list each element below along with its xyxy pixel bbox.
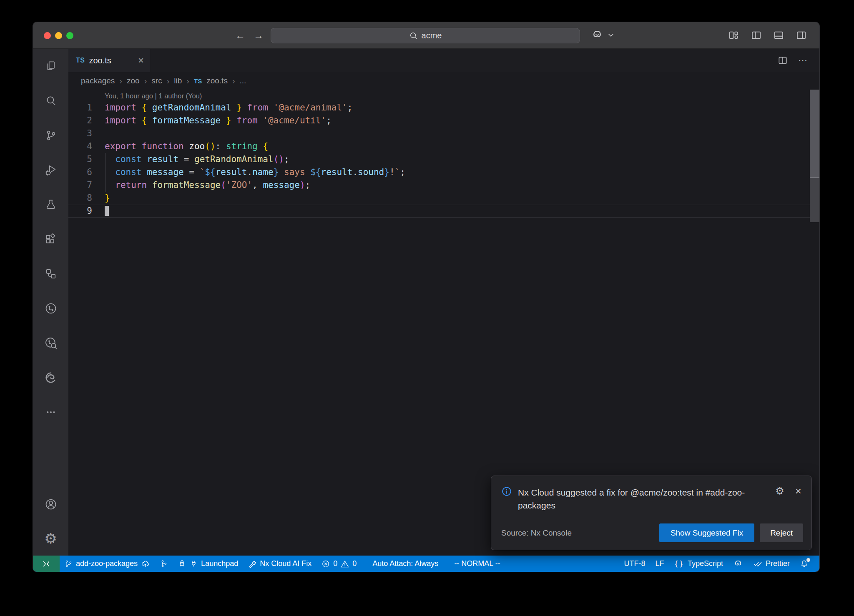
close-window-button[interactable] bbox=[44, 32, 51, 39]
notification-toast: Nx Cloud suggested a fix for @acme/zoo:t… bbox=[491, 476, 812, 550]
maximize-window-button[interactable] bbox=[66, 32, 73, 39]
cloud-upload-icon bbox=[141, 559, 150, 568]
chevron-down-icon bbox=[608, 32, 614, 38]
status-nx-cloud-fix[interactable]: Nx Cloud AI Fix bbox=[243, 556, 316, 572]
status-copilot[interactable] bbox=[728, 556, 748, 572]
line-number[interactable]: 8 bbox=[68, 192, 92, 205]
status-project-graph[interactable] bbox=[155, 556, 173, 572]
status-encoding[interactable]: UTF-8 bbox=[619, 556, 650, 572]
breadcrumb-item[interactable]: lib bbox=[174, 76, 182, 85]
error-icon bbox=[322, 560, 330, 568]
code-line[interactable]: 1import { getRandomAnimal } from '@acme/… bbox=[68, 101, 819, 114]
command-center-search[interactable]: acme bbox=[271, 28, 580, 43]
nx-fix-label: Nx Cloud AI Fix bbox=[260, 559, 311, 568]
breadcrumb-file[interactable]: zoo.ts bbox=[206, 76, 228, 85]
activity-accounts[interactable] bbox=[33, 487, 68, 521]
close-notification-icon[interactable]: × bbox=[795, 486, 801, 496]
activity-search[interactable] bbox=[33, 83, 68, 118]
activity-nx-console[interactable] bbox=[33, 291, 68, 326]
minimize-window-button[interactable] bbox=[55, 32, 62, 39]
line-number[interactable]: 4 bbox=[68, 140, 92, 153]
tab-bar: TS zoo.ts × ⋯ bbox=[68, 49, 819, 72]
git-blame-annotation: You, 1 hour ago | 1 author (You) bbox=[105, 90, 819, 101]
toggle-secondary-sidebar-icon[interactable] bbox=[796, 30, 807, 41]
breadcrumb-item[interactable]: packages bbox=[81, 76, 115, 85]
breadcrumb-item[interactable]: zoo bbox=[127, 76, 140, 85]
more-icon bbox=[45, 406, 57, 418]
activity-nx-cloud[interactable] bbox=[33, 326, 68, 360]
gear-icon: ⚙ bbox=[44, 531, 57, 546]
status-auto-attach[interactable]: Auto Attach: Always bbox=[367, 556, 443, 572]
status-problems[interactable]: 0 0 bbox=[316, 556, 362, 572]
status-language[interactable]: {} TypeScript bbox=[669, 556, 728, 572]
status-branch[interactable]: add-zoo-packages bbox=[60, 556, 155, 572]
activity-edge-tools[interactable] bbox=[33, 360, 68, 395]
breadcrumb-item[interactable]: src bbox=[151, 76, 162, 85]
status-launchpad[interactable]: Launchpad bbox=[173, 556, 243, 572]
status-vim-mode[interactable]: -- NORMAL -- bbox=[449, 556, 505, 572]
eol-label: LF bbox=[655, 559, 664, 568]
show-suggested-fix-button[interactable]: Show Suggested Fix bbox=[659, 523, 754, 542]
chevron-right-icon: › bbox=[167, 76, 170, 86]
activity-run-debug[interactable] bbox=[33, 153, 68, 187]
close-tab-icon[interactable]: × bbox=[138, 55, 144, 65]
activity-source-control[interactable] bbox=[33, 118, 68, 153]
braces-icon: {} bbox=[674, 560, 684, 568]
activity-settings[interactable]: ⚙ bbox=[33, 521, 68, 556]
line-number[interactable]: 3 bbox=[68, 127, 92, 140]
tab-zoo-ts[interactable]: TS zoo.ts × bbox=[68, 49, 150, 72]
line-number[interactable]: 5 bbox=[68, 153, 92, 166]
warning-count: 0 bbox=[352, 559, 357, 568]
code-line[interactable]: 7 return formatMessage('ZOO', message); bbox=[68, 179, 819, 192]
status-notifications[interactable] bbox=[795, 556, 814, 572]
code-line[interactable]: 4export function zoo(): string { bbox=[68, 140, 819, 153]
code-line[interactable]: 3 bbox=[68, 127, 819, 140]
more-actions-icon[interactable]: ⋯ bbox=[798, 58, 809, 63]
toggle-primary-sidebar-icon[interactable] bbox=[751, 30, 762, 41]
code-line[interactable]: 6 const message = `${result.name} says $… bbox=[68, 166, 819, 179]
auto-attach-label: Auto Attach: Always bbox=[372, 559, 438, 568]
code-line[interactable]: 2import { formatMessage } from '@acme/ut… bbox=[68, 114, 819, 127]
copilot-menu-button[interactable] bbox=[591, 29, 614, 41]
toggle-panel-icon[interactable] bbox=[773, 30, 784, 41]
copilot-icon bbox=[591, 29, 603, 41]
scrollbar-thumb[interactable] bbox=[810, 90, 819, 178]
editor-actions: ⋯ bbox=[777, 49, 819, 72]
line-number[interactable]: 7 bbox=[68, 179, 92, 192]
customize-layout-icon[interactable] bbox=[728, 30, 739, 41]
indent-guide bbox=[105, 153, 105, 192]
code-line[interactable]: 5 const result = getRandomAnimal(); bbox=[68, 153, 819, 166]
forward-arrow-icon[interactable]: → bbox=[252, 30, 265, 41]
double-check-icon bbox=[753, 559, 762, 568]
git-branch-icon bbox=[65, 560, 73, 568]
activity-testing[interactable] bbox=[33, 187, 68, 222]
code-text: } bbox=[92, 192, 110, 205]
status-bar: add-zoo-packages Launchpad Nx Cloud AI F… bbox=[33, 556, 819, 572]
status-formatter[interactable]: Prettier bbox=[748, 556, 795, 572]
line-number[interactable]: 9 bbox=[68, 205, 92, 217]
line-number[interactable]: 2 bbox=[68, 114, 92, 127]
scrollbar-track[interactable] bbox=[810, 90, 819, 222]
reject-button[interactable]: Reject bbox=[760, 523, 803, 542]
formatter-label: Prettier bbox=[766, 559, 790, 568]
typescript-file-icon: TS bbox=[76, 57, 85, 64]
code-text: const message = `${result.name} says ${r… bbox=[92, 166, 405, 179]
back-arrow-icon[interactable]: ← bbox=[234, 30, 246, 41]
breadcrumb-more[interactable]: ... bbox=[240, 76, 246, 85]
split-editor-icon[interactable] bbox=[777, 55, 788, 66]
remote-indicator[interactable] bbox=[33, 556, 60, 572]
notification-settings-icon[interactable]: ⚙ bbox=[775, 486, 784, 496]
activity-explorer[interactable] bbox=[33, 49, 68, 83]
activity-custom-view[interactable] bbox=[33, 256, 68, 291]
code-text bbox=[92, 127, 105, 140]
code-line[interactable]: 9 bbox=[68, 205, 819, 218]
code-text bbox=[92, 205, 109, 217]
line-number[interactable]: 6 bbox=[68, 166, 92, 179]
code-text: export function zoo(): string { bbox=[92, 140, 268, 153]
activity-more[interactable] bbox=[33, 395, 68, 429]
activity-extensions[interactable] bbox=[33, 222, 68, 256]
line-number[interactable]: 1 bbox=[68, 101, 92, 114]
chevron-right-icon: › bbox=[119, 76, 122, 86]
status-eol[interactable]: LF bbox=[650, 556, 669, 572]
code-line[interactable]: 8} bbox=[68, 192, 819, 205]
